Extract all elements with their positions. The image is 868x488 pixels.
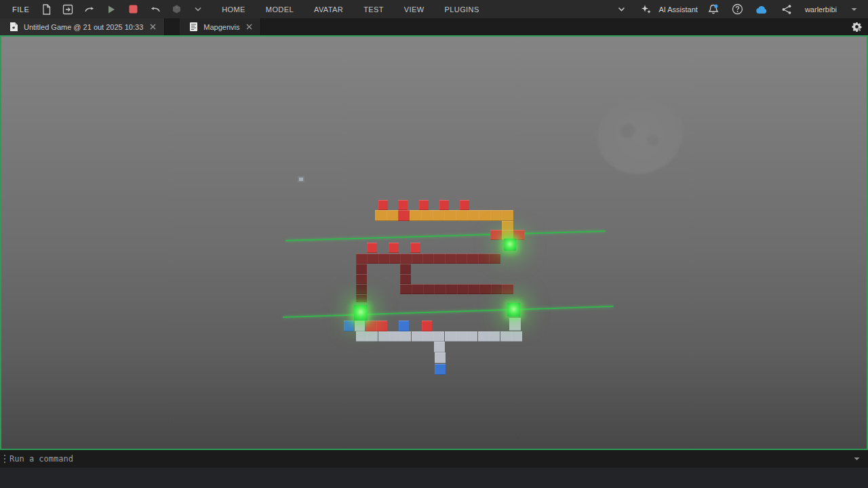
overflow-chevron-icon[interactable] [189, 2, 207, 17]
voxel-block[interactable] [419, 200, 429, 210]
voxel-block[interactable] [356, 294, 367, 302]
voxel-block[interactable] [456, 210, 467, 221]
ai-assistant-label[interactable]: AI Assistant [658, 5, 697, 14]
voxel-block[interactable] [479, 210, 490, 221]
cloud-sync-icon[interactable] [753, 2, 771, 17]
voxel-block[interactable] [389, 331, 400, 342]
voxel-block[interactable] [434, 342, 445, 352]
voxel-block[interactable] [444, 210, 456, 221]
voxel-block[interactable] [433, 331, 444, 342]
voxel-block[interactable] [502, 221, 513, 230]
voxel-block[interactable] [422, 331, 433, 342]
voxel-block[interactable] [479, 284, 491, 294]
voxel-block[interactable] [356, 274, 367, 284]
voxel-block[interactable] [400, 253, 412, 264]
voxel-block[interactable] [375, 210, 387, 221]
distant-part-marker[interactable] [298, 176, 304, 182]
voxel-block[interactable] [445, 253, 456, 264]
publish-icon[interactable] [59, 2, 77, 17]
menu-tab-avatar[interactable]: AVATAR [313, 2, 344, 17]
voxel-block[interactable] [509, 318, 521, 331]
voxel-block[interactable] [376, 321, 387, 331]
glow-marker-block[interactable] [504, 239, 516, 251]
share-icon[interactable] [778, 2, 795, 17]
voxel-block[interactable] [367, 331, 378, 342]
voxel-block[interactable] [422, 253, 434, 264]
voxel-block[interactable] [387, 210, 398, 221]
voxel-block[interactable] [445, 331, 456, 342]
voxel-block[interactable] [412, 331, 422, 342]
voxel-block[interactable] [412, 253, 423, 264]
voxel-block[interactable] [421, 210, 433, 221]
voxel-block[interactable] [457, 284, 469, 294]
username-label[interactable]: warlerbibi [805, 5, 837, 14]
voxel-block[interactable] [435, 352, 446, 363]
voxel-block[interactable] [400, 274, 411, 284]
command-input[interactable] [9, 454, 854, 464]
menu-tab-model[interactable]: MODEL [264, 2, 295, 17]
voxel-block[interactable] [378, 331, 389, 342]
menu-tab-plugins[interactable]: PLUGINS [443, 2, 481, 17]
voxel-block[interactable] [400, 264, 411, 274]
voxel-block[interactable] [398, 210, 410, 221]
voxel-block[interactable] [344, 321, 354, 331]
voxel-block[interactable] [355, 321, 365, 331]
voxel-block[interactable] [460, 200, 469, 210]
voxel-block[interactable] [502, 284, 513, 294]
voxel-block[interactable] [446, 284, 457, 294]
voxel-block[interactable] [489, 253, 500, 264]
voxel-block[interactable] [423, 284, 435, 294]
voxel-block[interactable] [439, 200, 449, 210]
tab-untitled-game[interactable]: Untitled Game @ 21 out 2025 10:33 [0, 18, 165, 35]
menu-tab-home[interactable]: HOME [220, 2, 247, 17]
voxel-block[interactable] [489, 331, 500, 342]
voxel-block[interactable] [467, 210, 479, 221]
sparkles-icon[interactable] [637, 2, 654, 17]
game-viewport[interactable] [0, 35, 868, 450]
insert-tool-icon[interactable] [167, 2, 185, 17]
voxel-block[interactable] [490, 230, 502, 240]
voxel-block[interactable] [456, 253, 467, 264]
voxel-block[interactable] [490, 210, 502, 221]
voxel-block[interactable] [356, 253, 368, 264]
notifications-bell-icon[interactable] [705, 2, 722, 17]
voxel-block[interactable] [478, 253, 490, 264]
voxel-block[interactable] [435, 364, 446, 375]
voxel-block[interactable] [399, 321, 409, 331]
file-menu-button[interactable]: FILE [8, 3, 33, 16]
voxel-block[interactable] [467, 253, 478, 264]
user-menu-caret-icon[interactable] [845, 2, 863, 17]
voxel-block[interactable] [467, 331, 477, 342]
collapse-ribbon-chevron-icon[interactable] [612, 2, 630, 17]
voxel-block[interactable] [456, 331, 467, 342]
glow-marker-block[interactable] [507, 303, 520, 317]
voxel-block[interactable] [389, 243, 399, 253]
voxel-block[interactable] [400, 284, 412, 294]
undo-icon[interactable] [146, 2, 163, 17]
voxel-block[interactable] [356, 331, 367, 342]
voxel-block[interactable] [412, 284, 423, 294]
stop-icon[interactable] [124, 2, 142, 17]
voxel-block[interactable] [366, 321, 376, 331]
voxel-block[interactable] [356, 264, 367, 274]
redo-icon[interactable] [81, 2, 98, 17]
voxel-block[interactable] [491, 284, 502, 294]
voxel-block[interactable] [502, 210, 513, 221]
tab-settings-gear-icon[interactable] [852, 18, 868, 35]
voxel-block[interactable] [400, 331, 411, 342]
menu-tab-view[interactable]: VIEW [403, 2, 426, 17]
voxel-block[interactable] [433, 253, 445, 264]
voxel-block[interactable] [500, 331, 511, 342]
command-history-caret-icon[interactable] [854, 457, 868, 461]
play-icon[interactable] [102, 2, 120, 17]
voxel-block[interactable] [378, 253, 390, 264]
menu-tab-test[interactable]: TEST [362, 2, 385, 17]
voxel-block[interactable] [511, 331, 522, 342]
tab-mapgenvis[interactable]: Mapgenvis [180, 18, 261, 35]
help-icon[interactable] [729, 2, 747, 17]
glow-marker-block[interactable] [354, 305, 368, 321]
voxel-block[interactable] [422, 321, 432, 331]
voxel-block[interactable] [434, 284, 446, 294]
voxel-block[interactable] [367, 243, 377, 253]
close-icon[interactable] [244, 22, 254, 32]
